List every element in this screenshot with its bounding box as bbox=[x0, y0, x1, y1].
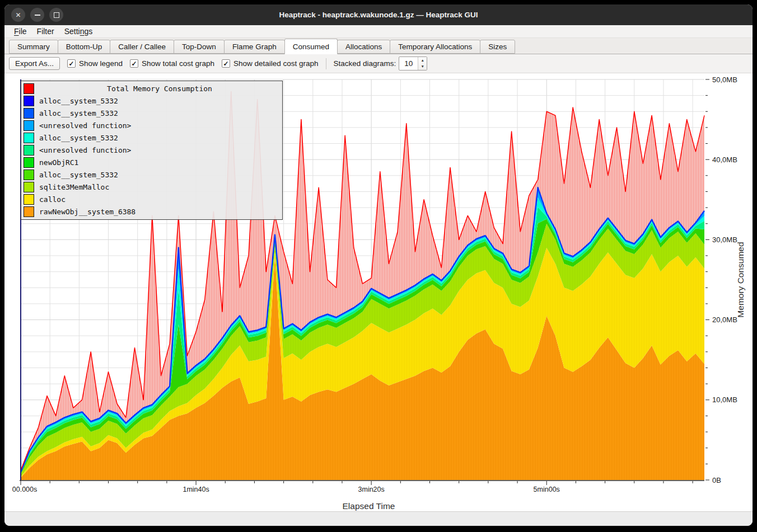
tab-temporary-allocations[interactable]: Temporary Allocations bbox=[390, 40, 480, 54]
legend-swatch bbox=[24, 145, 34, 156]
checkbox-label: Show detailed cost graph bbox=[233, 59, 319, 68]
svg-text:20,0MB: 20,0MB bbox=[712, 316, 737, 324]
legend-row: <unresolved function> bbox=[21, 119, 282, 131]
chart-legend: Total Memory Consumptionalloc__system_53… bbox=[21, 81, 283, 220]
svg-text:50,0MB: 50,0MB bbox=[712, 76, 737, 84]
stacked-diagrams-value[interactable]: 10 bbox=[399, 57, 418, 70]
checkbox-group: ✓Show legend✓Show total cost graph✓Show … bbox=[67, 59, 319, 68]
legend-label: sqlite3MemMalloc bbox=[39, 183, 109, 191]
legend-label: newObjRC1 bbox=[39, 158, 78, 167]
maximize-button[interactable] bbox=[49, 8, 63, 22]
stacked-diagrams-label: Stacked diagrams: bbox=[334, 59, 396, 68]
legend-swatch bbox=[24, 120, 34, 131]
tab-flame-graph[interactable]: Flame Graph bbox=[224, 40, 285, 54]
minimize-button[interactable] bbox=[30, 8, 44, 22]
stacked-diagrams-spinbox[interactable]: 10 ▲▼ bbox=[399, 57, 427, 70]
legend-swatch bbox=[24, 133, 34, 143]
tab-summary[interactable]: Summary bbox=[9, 40, 58, 54]
svg-text:40,0MB: 40,0MB bbox=[712, 156, 737, 164]
minimize-icon bbox=[35, 15, 40, 16]
window-controls bbox=[11, 4, 63, 25]
legend-swatch bbox=[24, 96, 34, 106]
legend-swatch bbox=[24, 194, 34, 205]
checkbox-box[interactable]: ✓ bbox=[130, 59, 138, 68]
export-as-button[interactable]: Export As... bbox=[9, 57, 60, 70]
checkbox-show-detailed-cost-graph[interactable]: ✓Show detailed cost graph bbox=[222, 59, 319, 68]
checkbox-show-total-cost-graph[interactable]: ✓Show total cost graph bbox=[130, 59, 214, 68]
svg-text:10,0MB: 10,0MB bbox=[712, 396, 737, 404]
close-icon bbox=[15, 12, 21, 18]
legend-label: alloc__system_5332 bbox=[39, 134, 118, 142]
toolbar-separator bbox=[326, 58, 326, 69]
legend-swatch bbox=[24, 108, 34, 119]
legend-label: alloc__system_5332 bbox=[39, 171, 118, 179]
legend-label: rawNewObj__system_6388 bbox=[39, 208, 135, 216]
spin-up-arrow[interactable]: ▲ bbox=[418, 58, 426, 63]
legend-swatch bbox=[24, 206, 34, 217]
tab-bar: SummaryBottom-UpCaller / CalleeTop-DownF… bbox=[4, 38, 753, 54]
close-button[interactable] bbox=[11, 8, 25, 22]
legend-row: <unresolved function> bbox=[21, 144, 282, 156]
checkbox-show-legend[interactable]: ✓Show legend bbox=[67, 59, 123, 68]
legend-label: alloc__system_5332 bbox=[39, 109, 118, 117]
menu-bar: FileFilterSettings bbox=[4, 25, 753, 38]
legend-row: sqlite3MemMalloc bbox=[21, 181, 282, 193]
svg-text:Memory Consumed: Memory Consumed bbox=[736, 242, 745, 317]
legend-title-row: Total Memory Consumption bbox=[21, 82, 282, 95]
svg-text:1min40s: 1min40s bbox=[183, 486, 209, 493]
legend-row: alloc__system_5332 bbox=[21, 107, 282, 119]
svg-text:0B: 0B bbox=[712, 476, 721, 484]
svg-text:00.000s: 00.000s bbox=[12, 486, 37, 493]
legend-label: calloc bbox=[39, 195, 66, 204]
menu-item-settings[interactable]: Settings bbox=[59, 25, 98, 37]
tab-caller-callee[interactable]: Caller / Callee bbox=[110, 40, 174, 54]
checkbox-box[interactable]: ✓ bbox=[67, 59, 76, 68]
legend-row: alloc__system_5332 bbox=[21, 168, 282, 181]
checkbox-label: Show total cost graph bbox=[142, 59, 214, 68]
legend-label: Total Memory Consumption bbox=[39, 84, 280, 93]
legend-row: newObjRC1 bbox=[21, 156, 282, 168]
menu-item-file[interactable]: File bbox=[9, 25, 32, 37]
tab-bottom-up[interactable]: Bottom-Up bbox=[58, 40, 111, 54]
legend-label: alloc__system_5332 bbox=[39, 97, 118, 105]
maximize-icon bbox=[54, 12, 59, 18]
legend-row: calloc bbox=[21, 193, 282, 205]
legend-row: alloc__system_5332 bbox=[21, 95, 282, 107]
toolbar: Export As... ✓Show legend✓Show total cos… bbox=[4, 54, 753, 73]
stacked-diagrams-control: Stacked diagrams: 10 ▲▼ bbox=[334, 57, 427, 70]
svg-text:5min00s: 5min00s bbox=[534, 486, 560, 493]
checkbox-box[interactable]: ✓ bbox=[222, 59, 230, 68]
legend-label: <unresolved function> bbox=[39, 121, 131, 130]
tab-allocations[interactable]: Allocations bbox=[337, 40, 390, 54]
legend-swatch bbox=[24, 157, 34, 168]
heaptrack-window: Heaptrack - heaptrack.wakunode.1.gz — He… bbox=[4, 4, 753, 526]
window-bottom-strip bbox=[4, 511, 753, 526]
legend-swatch bbox=[24, 83, 34, 94]
legend-swatch bbox=[24, 182, 34, 192]
legend-swatch bbox=[24, 170, 34, 180]
legend-label: <unresolved function> bbox=[39, 146, 131, 154]
svg-text:30,0MB: 30,0MB bbox=[712, 236, 737, 244]
legend-row: alloc__system_5332 bbox=[21, 131, 282, 144]
titlebar: Heaptrack - heaptrack.wakunode.1.gz — He… bbox=[4, 4, 753, 25]
spin-down-arrow[interactable]: ▼ bbox=[418, 64, 426, 69]
spinbox-arrows: ▲▼ bbox=[418, 57, 426, 70]
legend-row: rawNewObj__system_6388 bbox=[21, 205, 282, 218]
tab-top-down[interactable]: Top-Down bbox=[174, 40, 225, 54]
chart-area: 00.000s1min40s3min20s5min00s0B10,0MB20,0… bbox=[4, 73, 753, 511]
svg-text:Elapsed Time: Elapsed Time bbox=[343, 501, 395, 511]
tab-consumed[interactable]: Consumed bbox=[284, 39, 338, 54]
svg-text:3min20s: 3min20s bbox=[358, 486, 385, 493]
tab-sizes[interactable]: Sizes bbox=[480, 40, 515, 54]
window-title: Heaptrack - heaptrack.wakunode.1.gz — He… bbox=[4, 11, 753, 19]
menu-item-filter[interactable]: Filter bbox=[32, 25, 59, 37]
checkbox-label: Show legend bbox=[79, 59, 123, 68]
